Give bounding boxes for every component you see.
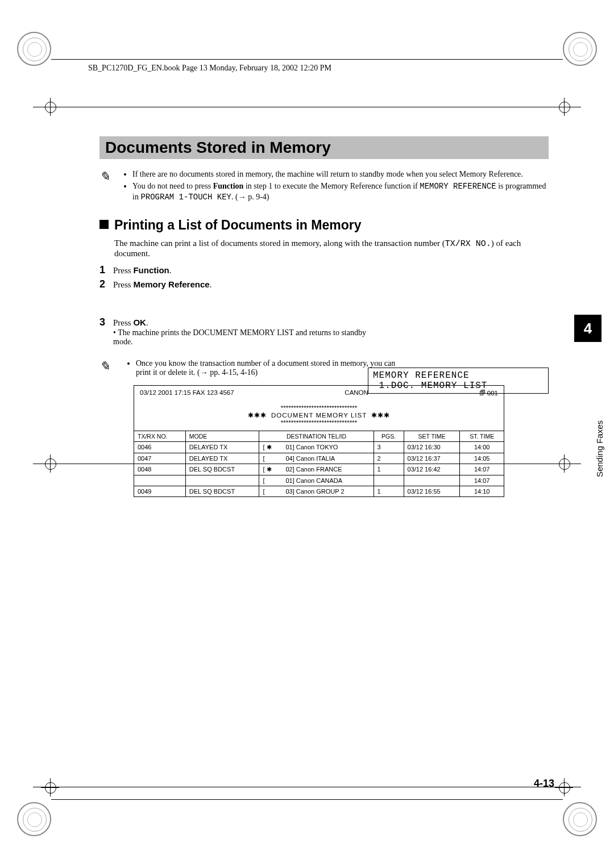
- header-filename: SB_PC1270D_FG_EN.book Page 13 Monday, Fe…: [88, 64, 331, 72]
- step-text: Press Function.: [113, 264, 172, 276]
- chapter-label: Sending Faxes: [595, 420, 604, 477]
- table-header-row: TX/RX NO. MODE DESTINATION TEL/ID PGS. S…: [134, 431, 504, 441]
- page-number: 4-13: [534, 778, 554, 790]
- corner-ornament: [17, 32, 51, 66]
- col-pgs: PGS.: [374, 431, 404, 441]
- note-icon: ✎: [99, 169, 122, 204]
- step-row: 3 Press OK.: [99, 316, 549, 328]
- step-number: 3: [99, 316, 113, 328]
- table-row: [01] Canon CANADA14:07: [134, 475, 504, 486]
- corner-ornament: [563, 32, 597, 66]
- title-text: Documents Stored in Memory: [105, 139, 331, 156]
- col-dest: DESTINATION TEL/ID: [259, 431, 374, 441]
- table-row: 0046DELAYED TX[ ✱01] Canon TOKYO303/12 1…: [134, 441, 504, 453]
- chapter-tab: 4: [574, 315, 601, 342]
- step-row: 1 Press Function.: [99, 264, 549, 276]
- step-number: 2: [99, 278, 113, 290]
- col-sttime: ST. TIME: [460, 431, 504, 441]
- lcd-display: MEMORY REFERENCE 1.DOC. MEMORY LIST: [368, 368, 549, 394]
- table-row: 0049DEL SQ BDCST[03] Canon GROUP 2103/12…: [134, 486, 504, 496]
- col-mode: MODE: [185, 431, 259, 441]
- subsection-title: Printing a List of Documents in Memory: [99, 218, 549, 233]
- note-icon: ✎: [99, 359, 126, 377]
- col-settime: SET TIME: [404, 431, 460, 441]
- subsection-text: Printing a List of Documents in Memory: [114, 218, 361, 232]
- report-header-left: 03/12 2001 17:15 FAX 123 4567: [140, 389, 234, 397]
- report-title-block: ****************************** ✱✱✱ DOCUM…: [134, 400, 504, 431]
- body-paragraph: The machine can print a list of document…: [114, 239, 549, 258]
- corner-ornament: [563, 802, 597, 836]
- corner-ornament: [17, 802, 51, 836]
- table-row: 0048DEL SQ BDCST[ ✱02] Canon FRANCE103/1…: [134, 464, 504, 475]
- table-row: 0047DELAYED TX[04] Canon ITALIA203/12 16…: [134, 453, 504, 464]
- step-text: Press OK.: [113, 316, 148, 328]
- note-item: You do not need to press Function in ste…: [132, 181, 549, 203]
- memory-list-table: TX/RX NO. MODE DESTINATION TEL/ID PGS. S…: [134, 431, 504, 496]
- report-header-center: CANON: [345, 389, 368, 397]
- step-row: 2 Press Memory Reference.: [99, 278, 549, 290]
- step-text: Press Memory Reference.: [113, 278, 211, 290]
- note-block: ✎ If there are no documents stored in me…: [99, 169, 549, 204]
- section-title: Documents Stored in Memory: [99, 136, 549, 159]
- page-header: SB_PC1270D_FG_EN.book Page 13 Monday, Fe…: [88, 64, 526, 73]
- note-item: If there are no documents stored in memo…: [132, 169, 549, 180]
- col-txrx: TX/RX NO.: [134, 431, 185, 441]
- square-bullet-icon: [99, 220, 109, 229]
- step-number: 1: [99, 264, 113, 276]
- report-preview: 03/12 2001 17:15 FAX 123 4567 CANON 🗐 00…: [134, 385, 504, 497]
- step-substep: • The machine prints the DOCUMENT MEMORY…: [113, 328, 375, 347]
